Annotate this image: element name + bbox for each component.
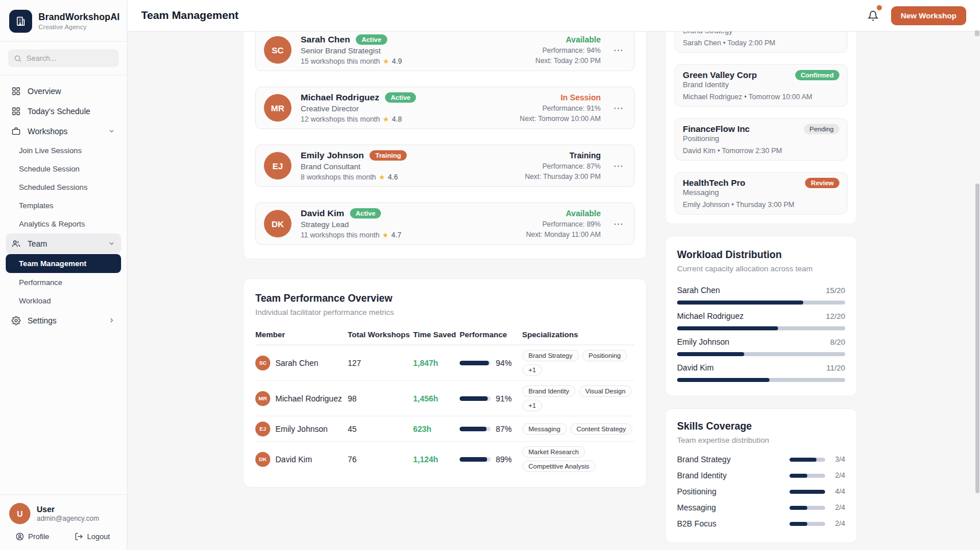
panel-title: Skills Coverage xyxy=(677,420,845,432)
specialization-chip: Competitive Analysis xyxy=(522,461,596,472)
column-header: Total Workshops xyxy=(348,330,413,339)
more-options-button[interactable]: ⋯ xyxy=(610,100,627,116)
sidebar-item-label: Settings xyxy=(28,316,57,325)
logout-button[interactable]: Logout xyxy=(75,532,110,541)
sidebar-item-schedule-session[interactable]: Schedule Session xyxy=(6,160,121,178)
sidebar-item-todays-schedule[interactable]: Today's Schedule xyxy=(6,101,121,121)
notifications-button[interactable] xyxy=(868,10,878,21)
member-role: Creative Director xyxy=(301,104,416,113)
page-title: Team Management xyxy=(141,9,239,22)
specialization-chip: Market Research xyxy=(522,446,585,458)
column-header: Time Saved xyxy=(413,330,460,339)
skill-value: 2/4 xyxy=(830,504,845,512)
avatar: SC xyxy=(255,356,270,370)
performance-bar xyxy=(460,361,491,365)
member-workshops: 8 workshops this month xyxy=(301,173,376,181)
sidebar-item-label: Workshops xyxy=(28,127,68,136)
skill-value: 3/4 xyxy=(830,455,845,463)
sidebar-item-overview[interactable]: Overview xyxy=(6,81,121,101)
workload-row: Emily Johnson 8/20 xyxy=(677,336,845,356)
sidebar-item-team-management[interactable]: Team Management xyxy=(6,254,121,273)
member-performance: Performance: 91% xyxy=(520,104,601,112)
column-header: Performance xyxy=(460,330,522,339)
sidebar-item-analytics-reports[interactable]: Analytics & Reports xyxy=(6,215,121,233)
gear-icon xyxy=(11,316,21,325)
avatar: DK xyxy=(264,210,291,237)
team-performance-overview-panel: Team Performance Overview Individual fac… xyxy=(243,278,647,487)
member-performance: Performance: 87% xyxy=(525,162,601,170)
table-row: EJ Emily Johnson 45 623h 87% Messaging C… xyxy=(255,416,635,442)
panel-title: Team Performance Overview xyxy=(255,292,635,305)
time-saved: 623h xyxy=(413,424,460,434)
session-card-financeflow-inc[interactable]: FinanceFlow Inc Pending Positioning Davi… xyxy=(675,118,847,161)
specialization-chip: Content Strategy xyxy=(570,423,632,435)
brand-logo-icon xyxy=(9,10,32,33)
new-workshop-button[interactable]: New Workshop xyxy=(891,6,966,25)
session-type: Brand Strategy xyxy=(683,32,839,35)
sidebar-item-performance[interactable]: Performance xyxy=(6,274,121,291)
sidebar-item-join-live-sessions[interactable]: Join Live Sessions xyxy=(6,142,121,159)
sidebar-item-team[interactable]: Team xyxy=(6,233,121,253)
session-card-green-valley-corp[interactable]: Green Valley Corp Confirmed Brand Identi… xyxy=(675,64,847,107)
table-row: MR Michael Rodriguez 98 1,456h 91% Brand… xyxy=(255,381,635,416)
skill-name: Brand Strategy xyxy=(677,455,730,464)
search-input[interactable]: Search... xyxy=(8,49,119,67)
scrollbar-up-arrow[interactable] xyxy=(975,30,979,36)
chevron-down-icon xyxy=(108,127,115,135)
notification-dot xyxy=(877,5,882,10)
avatar: EJ xyxy=(264,152,291,180)
table-header: Member Total Workshops Time Saved Perfor… xyxy=(255,326,635,345)
sidebar-item-label: Overview xyxy=(28,87,61,96)
status-badge: Active xyxy=(350,208,382,219)
workload-value: 15/20 xyxy=(826,286,845,295)
session-detail: Sarah Chen • Today 2:00 PM xyxy=(683,39,839,47)
skill-name: B2B Focus xyxy=(677,519,716,528)
member-next-session: Next: Tomorrow 10:00 AM xyxy=(520,115,601,123)
sidebar-item-settings[interactable]: Settings xyxy=(6,310,121,330)
avatar: EJ xyxy=(255,422,270,436)
specialization-chip: Messaging xyxy=(522,423,567,435)
availability-status: Available xyxy=(535,35,601,44)
column-header: Specializations xyxy=(522,330,635,339)
workload-name: Michael Rodriguez xyxy=(677,311,744,321)
user-email: admin@agency.com xyxy=(37,514,99,522)
member-workshops: 12 workshops this month xyxy=(301,115,380,123)
workload-distribution-panel: Workload Distribution Current capacity a… xyxy=(665,236,857,396)
performance-value: 87% xyxy=(496,424,512,434)
profile-button[interactable]: Profile xyxy=(15,532,49,541)
sidebar-item-label: Team xyxy=(28,239,47,248)
workload-row: Michael Rodriguez 12/20 xyxy=(677,310,845,330)
member-role: Brand Consultant xyxy=(301,162,407,171)
sidebar-item-templates[interactable]: Templates xyxy=(6,197,121,214)
member-role: Senior Brand Strategist xyxy=(301,46,402,55)
avatar: SC xyxy=(264,36,291,64)
availability-status: In Session xyxy=(520,93,601,102)
sidebar-item-workload[interactable]: Workload xyxy=(6,292,121,310)
session-card-healthtech-pro[interactable]: HealthTech Pro Review Messaging Emily Jo… xyxy=(675,172,847,214)
workload-value: 12/20 xyxy=(826,312,845,321)
member-workshops: 15 workshops this month xyxy=(301,57,380,65)
more-options-button[interactable]: ⋯ xyxy=(610,158,627,174)
skill-bar xyxy=(790,506,825,510)
workload-bar xyxy=(677,326,845,330)
panel-subtitle: Individual facilitator performance metri… xyxy=(255,308,635,317)
workload-bar xyxy=(677,301,845,305)
more-options-button[interactable]: ⋯ xyxy=(610,42,627,58)
sidebar-item-workshops[interactable]: Workshops xyxy=(6,121,121,141)
performance-value: 94% xyxy=(496,358,512,368)
session-card[interactable]: Brand Strategy Sarah Chen • Today 2:00 P… xyxy=(675,32,847,53)
availability-status: Training xyxy=(525,151,601,160)
workload-row: David Kim 11/20 xyxy=(677,362,845,382)
specialization-chip: Brand Identity xyxy=(522,385,575,397)
sidebar-item-scheduled-sessions[interactable]: Scheduled Sessions xyxy=(6,178,121,196)
workload-value: 8/20 xyxy=(830,338,845,346)
avatar: U xyxy=(9,503,30,524)
member-rating: 4.8 xyxy=(392,115,402,123)
session-client: FinanceFlow Inc xyxy=(683,124,750,134)
total-workshops: 127 xyxy=(348,358,413,368)
member-workshops: 11 workshops this month xyxy=(301,231,379,239)
skill-bar xyxy=(790,458,825,462)
scrollbar-thumb[interactable] xyxy=(975,184,979,493)
workload-bar xyxy=(677,352,845,356)
more-options-button[interactable]: ⋯ xyxy=(610,216,627,232)
